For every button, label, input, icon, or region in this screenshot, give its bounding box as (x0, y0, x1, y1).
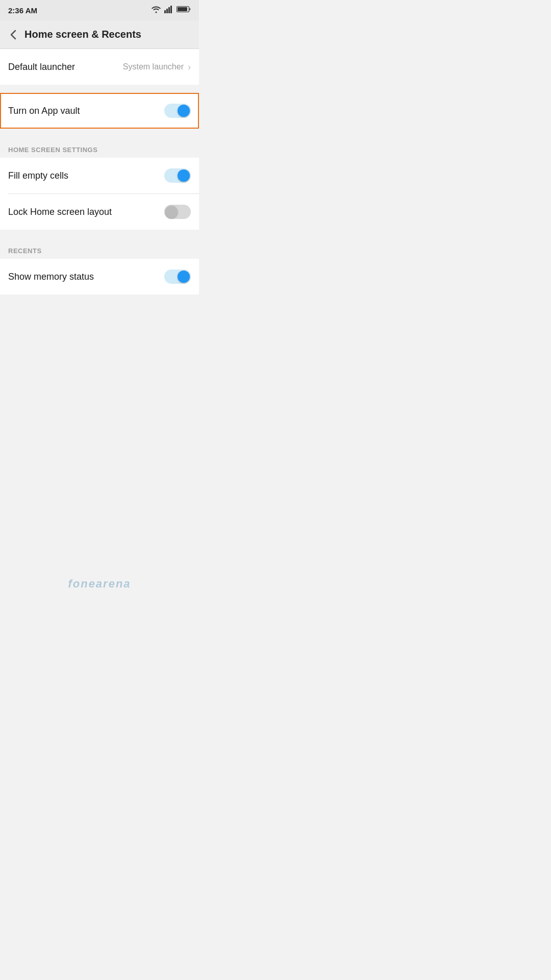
status-bar: 2:36 AM (0, 0, 199, 20)
page-title: Home screen & Recents (24, 29, 141, 40)
default-launcher-current: System launcher (123, 62, 184, 71)
show-memory-status-toggle-thumb (178, 271, 190, 283)
app-vault-row[interactable]: Turn on App vault (0, 93, 199, 129)
svg-rect-1 (166, 9, 168, 13)
gap-1 (0, 85, 199, 93)
gap-2 (0, 129, 199, 137)
wifi-icon (151, 5, 161, 15)
app-vault-section: Turn on App vault (0, 93, 199, 129)
svg-rect-3 (170, 6, 172, 13)
recents-header: RECENTS (0, 238, 199, 259)
status-icons (151, 5, 191, 15)
show-memory-status-toggle[interactable] (164, 270, 191, 284)
svg-rect-5 (178, 7, 187, 11)
svg-rect-0 (164, 10, 166, 13)
home-screen-settings-section: Fill empty cells Lock Home screen layout (0, 158, 199, 230)
default-launcher-section: Default launcher System launcher › (0, 49, 199, 85)
lock-home-screen-toggle[interactable] (164, 205, 191, 219)
svg-rect-2 (168, 7, 170, 13)
lock-home-screen-label: Lock Home screen layout (8, 207, 112, 217)
content: Default launcher System launcher › Turn … (0, 49, 199, 601)
default-launcher-row[interactable]: Default launcher System launcher › (0, 49, 199, 85)
fill-empty-cells-row[interactable]: Fill empty cells (0, 158, 199, 193)
fill-empty-cells-label: Fill empty cells (8, 170, 68, 181)
recents-section: Show memory status (0, 259, 199, 295)
fill-empty-cells-toggle[interactable] (164, 168, 191, 183)
default-launcher-label: Default launcher (8, 62, 75, 72)
app-vault-toggle[interactable] (164, 104, 191, 118)
show-memory-status-row[interactable]: Show memory status (0, 259, 199, 295)
bottom-area: fonearena (0, 295, 199, 601)
battery-icon (177, 5, 191, 15)
app-vault-label: Turn on App vault (8, 106, 80, 116)
app-vault-toggle-thumb (178, 105, 190, 117)
default-launcher-value: System launcher › (123, 62, 191, 72)
watermark: fonearena (68, 557, 131, 601)
home-screen-settings-header: HOME SCREEN SETTINGS (0, 137, 199, 158)
lock-home-screen-row[interactable]: Lock Home screen layout (0, 194, 199, 230)
gap-3 (0, 230, 199, 238)
show-memory-status-label: Show memory status (8, 272, 94, 282)
back-button[interactable] (8, 28, 18, 42)
status-time: 2:36 AM (8, 6, 37, 15)
signal-icon (164, 5, 173, 15)
lock-home-screen-toggle-thumb (165, 206, 178, 218)
chevron-right-icon: › (188, 62, 191, 72)
toolbar: Home screen & Recents (0, 20, 199, 49)
fill-empty-cells-toggle-thumb (178, 169, 190, 182)
